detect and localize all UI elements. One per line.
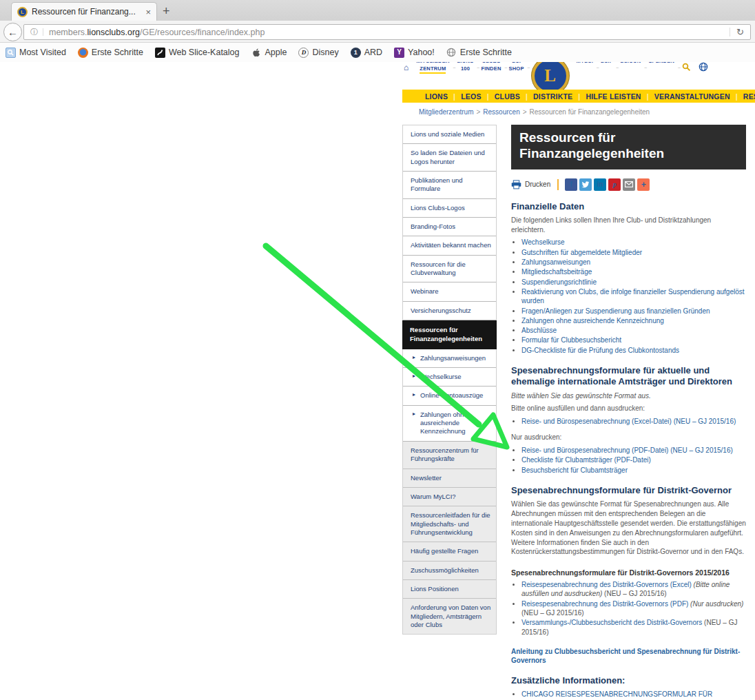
dg-link[interactable]: Versammlungs-/Clubbesuchsbericht des Dis… — [521, 619, 702, 626]
site-info-icon[interactable]: ⓘ — [25, 28, 43, 36]
sidebar-item[interactable]: Ressourcenleitfaden für die Mitgliedscha… — [403, 506, 496, 542]
finance-link[interactable]: DG-Checkliste für die Prüfung des Clubko… — [521, 347, 679, 354]
finance-link[interactable]: Abschlüsse — [521, 327, 557, 334]
finance-link[interactable]: Suspendierungsrichtlinie — [521, 278, 597, 286]
sidebar-item[interactable]: Webinare — [403, 282, 496, 301]
share-linkedin-button[interactable]: in — [594, 178, 606, 191]
url-bar[interactable]: ⓘ members.lionsclubs.org/GE/resources/fi… — [23, 24, 751, 40]
sidebar-item[interactable]: Publikationen und Formulare — [403, 172, 496, 199]
share-pinterest-button[interactable]: p — [608, 178, 621, 191]
sidebar-item-active-finanzangelegenheiten[interactable]: Ressourcen für Finanzangelegenheiten — [402, 320, 497, 349]
main-nav-item[interactable]: VERANSTALTUNGEN — [641, 92, 730, 101]
breadcrumb-current: Ressourcen für Finanzangelegenheiten — [530, 108, 650, 116]
language-globe-icon[interactable] — [699, 62, 708, 74]
utility-nav-mylci[interactable]: MYLCI — [577, 62, 593, 65]
ard-icon: 1 — [351, 48, 361, 58]
sidebar-sub-item[interactable]: Zahlungen ohne ausreichende Kennzeichnun… — [403, 406, 496, 442]
bookmark-web-slice[interactable]: Web Slice-Katalog — [155, 48, 240, 58]
sidebar-item[interactable]: Lions Positionen — [403, 580, 496, 599]
dg-link[interactable]: Reisespesenabrechnung des Distrikt-Gover… — [521, 600, 688, 608]
breadcrumb-link-mitgliederzentrum[interactable]: Mitgliederzentrum — [419, 108, 473, 116]
dg-subheading: Spesenabrechnungsformulare für Distrikt-… — [511, 568, 746, 577]
finance-link[interactable]: Zahlungsanweisungen — [521, 258, 590, 266]
main-content: Ressourcen für Finanzangelegenheiten Dru… — [511, 125, 746, 700]
sidebar-sub-item[interactable]: Zahlungsanweisungen — [403, 349, 496, 368]
share-email-button[interactable] — [623, 178, 635, 191]
share-addthis-button[interactable]: + — [637, 178, 650, 191]
print-button[interactable]: Drucken — [511, 180, 550, 189]
officer-link[interactable]: Besuchsbericht für Clubamtsträger — [521, 466, 628, 474]
bookmark-disney[interactable]: D Disney — [298, 48, 338, 58]
section-heading-dg-forms: Spesenabrechnungsformulare für Distrikt-… — [511, 485, 746, 496]
finance-link[interactable]: Gutschriften für abgemeldete Mitglieder — [521, 249, 642, 256]
utility-nav-lci-shop[interactable]: LCISHOP — [509, 62, 524, 72]
tab-close-icon[interactable]: × — [145, 8, 151, 17]
sidebar-item[interactable]: Zuschussmöglichkeiten — [403, 562, 496, 580]
browser-tab[interactable]: L Ressourcen für Finanzang... × — [11, 2, 157, 21]
sidebar-item[interactable]: Warum MyLCI? — [403, 488, 496, 506]
main-nav-item[interactable]: LEOS — [448, 92, 482, 101]
bookmark-erste-schritte-2[interactable]: Erste Schritte — [446, 48, 512, 58]
sidebar-item[interactable]: Branding-Fotos — [403, 218, 496, 236]
utility-nav-lcif[interactable]: LCIF — [601, 62, 612, 65]
officer-link[interactable]: Reise- und Bürospesenabrechnung (PDF-Dat… — [521, 446, 733, 454]
utility-nav-clubs-finden[interactable]: CLUBSFINDEN — [481, 62, 501, 72]
breadcrumb-link-ressourcen[interactable]: Ressourcen — [483, 108, 519, 116]
officer-link[interactable]: Checkliste für Clubamtsträger (PDF-Datei… — [521, 456, 651, 464]
section-heading-finanzielle-daten: Finanzielle Daten — [511, 201, 746, 212]
bookmark-most-visited[interactable]: Most Visited — [6, 48, 66, 58]
main-nav-item[interactable]: LIONS — [425, 92, 448, 101]
utility-nav-mitgliederzentrum[interactable]: MITGLIEDERZENTRUM — [416, 62, 449, 72]
bookmark-apple[interactable]: Apple — [251, 48, 287, 58]
sidebar-item[interactable]: Lions und soziale Medien — [403, 125, 496, 144]
back-button[interactable]: ← — [3, 23, 22, 41]
finance-link[interactable]: Fragen/Anliegen zur Suspendierung aus fi… — [521, 307, 710, 315]
main-nav-item[interactable]: HILFE LEISTEN — [572, 92, 641, 101]
additional-link[interactable]: CHICAGO REISESPESENABRECHNUNGSFORMULAR F… — [521, 690, 712, 700]
sidebar-item[interactable]: Ressourcenzentrum für Führungskräfte — [403, 442, 496, 469]
list-item: Suspendierungsrichtlinie — [521, 278, 746, 287]
main-nav-item[interactable]: RESSOURCEN — [730, 92, 755, 101]
bookmark-ard[interactable]: 1 ARD — [351, 48, 382, 58]
sidebar-item[interactable]: So laden Sie Dateien und Logos herunter — [403, 144, 496, 172]
sidebar-item[interactable]: Ressourcen für die Clubverwaltung — [403, 256, 496, 283]
main-nav-item[interactable]: CLUBS — [482, 92, 520, 101]
sidebar-item[interactable]: Anforderung von Daten von Mitgliedern, A… — [403, 599, 496, 634]
finance-link[interactable]: Wechselkurse — [521, 238, 565, 246]
finance-link[interactable]: Formular für Clubbesuchsbericht — [521, 336, 621, 344]
list-item: Mitgliedschaftsbeiträge — [521, 267, 746, 276]
bookmark-label: Apple — [265, 48, 287, 57]
bookmark-yahoo[interactable]: Y Yahoo! — [394, 48, 435, 58]
twitter-bird-icon — [581, 181, 590, 189]
url-text[interactable]: members.lionsclubs.org/GE/resources/fina… — [43, 28, 730, 37]
list-item: Reisespesenabrechnung des Distrikt-Gover… — [521, 599, 746, 618]
sidebar-item[interactable]: Häufig gestellte Fragen — [403, 542, 496, 561]
search-icon[interactable] — [682, 62, 691, 74]
home-icon[interactable]: ⌂ — [404, 63, 408, 72]
sidebar-item[interactable]: Newsletter — [403, 469, 496, 488]
share-twitter-button[interactable] — [579, 178, 592, 191]
finance-link[interactable]: Mitgliedschaftsbeiträge — [521, 268, 592, 276]
sidebar-sub-item[interactable]: Online-Kontoauszüge — [403, 387, 496, 405]
sidebar-item[interactable]: Aktivitäten bekannt machen — [403, 236, 496, 255]
sidebar-item[interactable]: Versicherungsschutz — [403, 302, 496, 320]
share-facebook-button[interactable]: f — [565, 178, 577, 191]
sidebar-item[interactable]: Lions Clubs-Logos — [403, 199, 496, 218]
bookmark-erste-schritte[interactable]: Erste Schritte — [78, 48, 143, 58]
utility-nav-lions100[interactable]: LIONS100 — [457, 62, 474, 72]
sidebar-sub-item[interactable]: Wechselkurse — [403, 368, 496, 387]
new-tab-button[interactable]: + — [163, 5, 170, 17]
list-item: Zahlungen ohne ausreichende Kennzeichnun… — [521, 316, 746, 325]
utility-nav-lcicon[interactable]: LCICON — [620, 62, 641, 65]
yahoo-icon: Y — [394, 48, 404, 58]
utility-nav-spenden[interactable]: SPENDEN — [648, 62, 674, 65]
dg-link[interactable]: Reisespesenabrechnung des Distrikt-Gover… — [521, 581, 692, 588]
finance-link[interactable]: Zahlungen ohne ausreichende Kennzeichnun… — [521, 317, 664, 325]
dg-guide-link[interactable]: Anleitung zu Clubbesuchsbericht und Spes… — [511, 647, 746, 665]
main-nav-item[interactable]: DISTRIKTE — [520, 92, 572, 101]
finance-link[interactable]: Reaktivierung von Clubs, die infolge fin… — [521, 288, 745, 305]
officer-link[interactable]: Reise- und Bürospesenabrechnung (Excel-D… — [521, 418, 736, 425]
reload-button[interactable]: ↻ — [730, 28, 750, 37]
officer-online-links: Reise- und Bürospesenabrechnung (Excel-D… — [511, 417, 746, 426]
dg-link-suffix: (NEU – GJ 2015/16) — [521, 609, 584, 617]
